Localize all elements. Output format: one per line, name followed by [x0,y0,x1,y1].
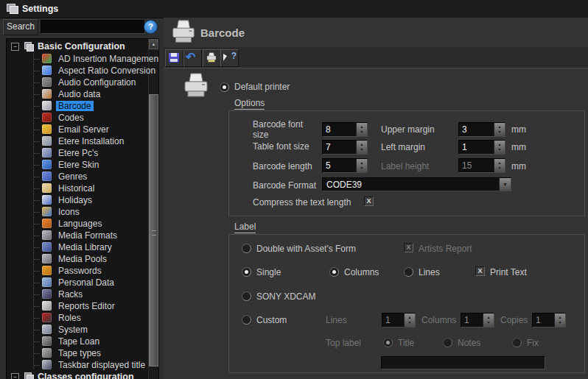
tree-item-genres[interactable]: Genres [7,171,158,183]
undo-icon: ↶ [186,50,195,64]
left-margin-spinner[interactable]: 1▲▼ [458,140,505,155]
print-text-checkbox[interactable]: X [475,266,485,276]
lines-label: Lines [419,267,440,277]
chevron-down-icon[interactable]: ▼ [499,178,511,191]
default-printer-radio[interactable] [220,82,229,92]
custom-columns-spinner[interactable]: 1▲▼ [461,313,494,327]
holidays-icon [42,195,52,205]
barcode-format-dropdown[interactable]: CODE39▼ [322,177,511,191]
tree-item-etere-skin[interactable]: Etere Skin [7,159,158,171]
custom-copies-spinner[interactable]: 1▲▼ [532,313,566,327]
tree-item-languages[interactable]: Languages [7,218,158,230]
aspect-ratio-icon [42,65,52,75]
spinner-arrows-icon[interactable]: ▲▼ [356,159,367,172]
columns-radio[interactable] [329,267,339,277]
upper-margin-spinner[interactable]: 3▲▼ [458,122,505,137]
spinner-arrows-icon[interactable]: ▲▼ [554,314,565,327]
custom-label: Custom [256,315,287,325]
ad-insertion-icon [42,54,52,63]
print-button[interactable] [203,49,221,67]
title-radio[interactable] [383,338,393,347]
installation-icon [42,136,52,146]
tree-item-system[interactable]: System [7,324,158,336]
help-icon[interactable]: ? [144,20,158,34]
undo-button[interactable]: ↶ [183,49,202,67]
spinner-arrows-icon[interactable]: ▲▼ [356,123,367,136]
folder-cascade-icon [24,42,34,51]
upper-margin-label: Upper margin [381,124,435,135]
save-button[interactable] [165,49,183,67]
tree-item-aspect-ratio-conversion[interactable]: Aspect Ratio Conversion [7,65,158,77]
spinner-arrows-icon[interactable]: ▲▼ [494,159,505,172]
fix-radio[interactable] [512,338,522,347]
tree-item-audio-data[interactable]: Audio data [7,88,158,100]
tree-item-email-server[interactable]: Email Server [7,124,158,135]
collapse-icon[interactable]: − [11,43,19,51]
tree-item-audio-configuration[interactable]: Audio Configuration [7,77,158,88]
single-radio[interactable] [242,267,251,277]
tree-item-tape-loan[interactable]: Tape Loan [7,336,158,347]
compress-checkbox[interactable]: X [364,196,374,206]
sony-xdcam-label: SONY XDCAM [256,291,315,302]
left-margin-unit: mm [511,142,526,152]
tree-item-icons[interactable]: Icons [7,206,158,218]
compress-label: Compress the text length [253,197,351,208]
spinner-arrows-icon[interactable]: ▲▼ [494,123,505,136]
notes-radio[interactable] [443,338,452,347]
tree-item-media-formats[interactable]: Media Formats [7,230,158,241]
custom-radio[interactable] [242,315,251,325]
tree-item-media-pools[interactable]: Media Pools [7,253,158,265]
tree-item-etere-pc-s[interactable]: Etere Pc's [7,147,158,159]
barcode-length-spinner[interactable]: 5▲▼ [322,158,368,173]
tree-item-tape-types[interactable]: Tape types [7,347,158,359]
tree-item-roles[interactable]: Roles [7,312,158,324]
double-with-assets-form-radio[interactable] [242,244,251,253]
tree-item-etere-installation[interactable]: Etere Installation [7,135,158,147]
table-font-size-spinner[interactable]: 7▲▼ [322,140,368,155]
collapse-icon[interactable]: − [11,373,19,379]
barcode-font-size-spinner[interactable]: 8▲▼ [322,122,368,137]
tree-item-taskbar-displayed-title[interactable]: Taskbar displayed title [7,359,158,371]
lines-radio[interactable] [404,267,413,277]
languages-icon [42,219,52,228]
context-help-button[interactable]: ? [220,49,239,67]
tree-item-passwords[interactable]: Passwords [7,265,158,277]
tree-item-ad-insertion-management[interactable]: AD Insertion Management [7,53,158,65]
printer-icon [169,19,197,46]
spinner-arrows-icon[interactable]: ▲▼ [494,141,505,154]
tree-root-classes-configuration[interactable]: −Classes configuration [7,371,158,379]
tape-loan-icon [42,336,52,346]
sony-xdcam-radio[interactable] [242,291,251,301]
tree-item-reports-editor[interactable]: Reports Editor [7,300,158,312]
notes-label: Notes [458,338,480,348]
skin-icon [42,160,52,169]
tree-item-historical[interactable]: Historical [7,183,158,194]
label-height-spinner[interactable]: 15▲▼ [458,158,505,173]
barcode-format-label: Barcode Format [253,180,316,191]
custom-lines-spinner[interactable]: 1▲▼ [382,313,416,327]
tree-root-basic-configuration[interactable]: −Basic Configuration [7,40,158,52]
custom-columns-label: Columns [421,315,456,325]
tree-item-holidays[interactable]: Holidays [7,194,158,206]
upper-margin-unit: mm [511,124,526,135]
tree-item-racks[interactable]: Racks [7,288,158,300]
custom-text-input[interactable] [381,356,545,369]
search-input[interactable] [41,20,145,34]
spinner-arrows-icon[interactable]: ▲▼ [356,141,367,154]
custom-copies-label: Copies [500,315,528,325]
genres-icon [42,171,52,181]
racks-icon [42,289,52,299]
options-group-title: Options [234,98,265,110]
double-with-assets-form-label: Double with Asset's Form [256,244,356,254]
barcode-font-size-label: Barcode font size [253,119,321,140]
tree-item-personal-data[interactable]: Personal Data [7,277,158,288]
tree-item-media-library[interactable]: Media Library [7,241,158,253]
spinner-arrows-icon[interactable]: ▲▼ [483,314,494,327]
tree-item-barcode[interactable]: Barcode [7,100,158,112]
taskbar-title-icon [42,360,52,369]
artists-report-checkbox[interactable]: X [404,243,413,252]
spinner-arrows-icon[interactable]: ▲▼ [404,314,415,327]
historical-icon [42,183,52,193]
print-icon [206,52,217,63]
tree-item-codes[interactable]: Codes [7,112,158,124]
